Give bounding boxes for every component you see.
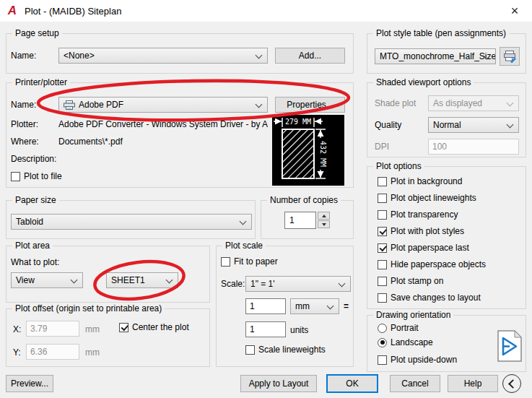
equals-sign: =: [344, 301, 349, 311]
plot-to-file-label: Plot to file: [24, 171, 62, 181]
paper-preview-thumbnail: 279 MM 432 MM: [272, 115, 344, 186]
cancel-button[interactable]: Cancel: [390, 375, 440, 392]
checkbox[interactable]: [378, 293, 387, 303]
checkbox[interactable]: [378, 260, 387, 269]
where-label: Where:: [11, 137, 39, 147]
ok-button-label: OK: [346, 378, 358, 389]
x-label: X:: [13, 324, 21, 334]
plot-option-label: Plot transparency: [391, 209, 458, 220]
dpi-input: 100: [428, 139, 519, 155]
plot-to-file-checkbox[interactable]: [11, 172, 20, 181]
group-legend: Paper size: [12, 195, 59, 205]
preview-height-dim: 432 MM: [319, 141, 327, 167]
ok-button[interactable]: OK: [326, 374, 378, 393]
plot-offset-group: Plot offset (origin set to printable are…: [6, 308, 210, 367]
window-title: Plot - (MAIDB) Siteplan: [25, 6, 121, 17]
preview-button[interactable]: Preview...: [6, 375, 53, 392]
selected-value: View: [16, 275, 35, 285]
plot-option-row[interactable]: Plot in background: [378, 176, 462, 186]
name-label: Name:: [11, 51, 36, 61]
checkbox[interactable]: [378, 227, 387, 236]
scale-lineweights-row[interactable]: Scale lineweights: [245, 345, 326, 355]
center-plot-checkbox[interactable]: [119, 323, 128, 332]
properties-button[interactable]: Properties...: [275, 97, 345, 113]
help-button[interactable]: Help: [448, 375, 498, 392]
chevron-down-icon: [71, 277, 78, 284]
close-icon[interactable]: ×: [502, 0, 528, 22]
upside-down-row[interactable]: Plot upside-down: [378, 355, 457, 365]
plot-option-label: Save changes to layout: [391, 293, 481, 303]
edit-plot-style-button[interactable]: [500, 47, 520, 66]
center-plot-row[interactable]: Center the plot: [119, 322, 189, 332]
y-unit-label: mm: [85, 347, 100, 358]
printer-name-label: Name:: [11, 100, 36, 110]
group-legend: Plot scale: [222, 241, 266, 251]
plot-option-row[interactable]: Plot paperspace last: [378, 243, 469, 253]
cancel-button-label: Cancel: [401, 378, 428, 389]
copies-text: 1: [289, 215, 295, 225]
plot-option-row[interactable]: Hide paperspace objects: [378, 259, 486, 269]
landscape-row[interactable]: Landscape: [378, 337, 433, 347]
upside-down-checkbox[interactable]: [378, 355, 387, 365]
add-button-label: Add...: [299, 51, 321, 61]
landscape-radio[interactable]: [378, 338, 387, 347]
shade-plot-select: As displayed: [428, 95, 519, 111]
plot-option-row[interactable]: Plot with plot styles: [378, 226, 464, 236]
y-label: Y:: [13, 347, 21, 358]
plot-option-row[interactable]: Plot stamp on: [378, 276, 443, 286]
page-setup-name-select[interactable]: <None>: [58, 48, 268, 64]
autocad-logo-icon: A: [6, 4, 19, 17]
selected-value: Adobe PDF: [79, 100, 123, 110]
scale-lineweights-checkbox[interactable]: [245, 345, 255, 355]
chevron-down-icon: [507, 100, 514, 107]
fit-to-paper-checkbox[interactable]: [221, 257, 230, 267]
group-legend: Plot area: [12, 241, 53, 251]
checkbox[interactable]: [378, 177, 387, 186]
plot-area-group: Plot area What to plot: View SHEET1: [6, 246, 210, 303]
portrait-radio[interactable]: [378, 324, 387, 333]
quality-select[interactable]: Normal: [428, 117, 519, 133]
printer-name-select[interactable]: Adobe PDF: [58, 97, 268, 113]
plot-option-row[interactable]: Plot transparency: [378, 209, 458, 220]
plot-options-group: Plot options Plot in background Plot obj…: [367, 166, 526, 309]
view-select[interactable]: SHEET1: [106, 272, 178, 288]
portrait-label: Portrait: [391, 323, 419, 333]
paper-unit-select[interactable]: mm: [290, 298, 339, 314]
chevron-down-icon: [256, 52, 263, 59]
spin-up-button[interactable]: [318, 212, 330, 220]
chevron-down-icon: [240, 218, 247, 225]
plot-to-file-row[interactable]: Plot to file: [11, 171, 62, 181]
scale-select[interactable]: 1" = 1': [245, 276, 351, 292]
checkbox[interactable]: [378, 277, 387, 286]
y-offset-input: 6.36: [26, 344, 79, 360]
plot-option-label: Plot stamp on: [391, 276, 443, 286]
what-to-plot-select[interactable]: View: [11, 272, 83, 288]
checkbox[interactable]: [378, 210, 387, 220]
plot-style-select[interactable]: MTO_monochrome_Half_Size.ct: [375, 48, 496, 64]
paper-units-input[interactable]: 1: [245, 298, 286, 314]
drawing-units-input[interactable]: 1: [245, 321, 286, 337]
title-bar: A Plot - (MAIDB) Siteplan ×: [0, 0, 532, 22]
spin-down-button[interactable]: [318, 220, 330, 228]
group-legend: Shaded viewport options: [373, 77, 474, 87]
checkbox[interactable]: [378, 194, 387, 203]
apply-to-layout-button[interactable]: Apply to Layout: [240, 375, 317, 392]
plot-option-row[interactable]: Save changes to layout: [378, 293, 481, 303]
chevron-down-icon: [256, 101, 263, 108]
fit-to-paper-row[interactable]: Fit to paper: [221, 256, 278, 267]
add-button[interactable]: Add...: [275, 48, 345, 64]
chevron-down-icon: [166, 277, 173, 284]
x-offset-input: 3.79: [26, 321, 79, 337]
copies-group: Number of copies 1: [261, 200, 354, 239]
orientation-group: Drawing orientation Portrait Landscape P…: [367, 315, 526, 372]
checkbox[interactable]: [378, 243, 387, 253]
edit-plot-style-icon: [502, 50, 517, 63]
less-options-button[interactable]: [502, 374, 521, 393]
paper-size-select[interactable]: Tabloid: [11, 214, 252, 230]
plot-option-row[interactable]: Plot object lineweights: [378, 193, 476, 203]
copies-value[interactable]: 1: [284, 212, 316, 229]
copies-stepper[interactable]: 1: [284, 212, 330, 229]
chevron-down-icon: [327, 303, 334, 310]
group-legend: Plot options: [373, 161, 424, 171]
portrait-row[interactable]: Portrait: [378, 323, 419, 333]
